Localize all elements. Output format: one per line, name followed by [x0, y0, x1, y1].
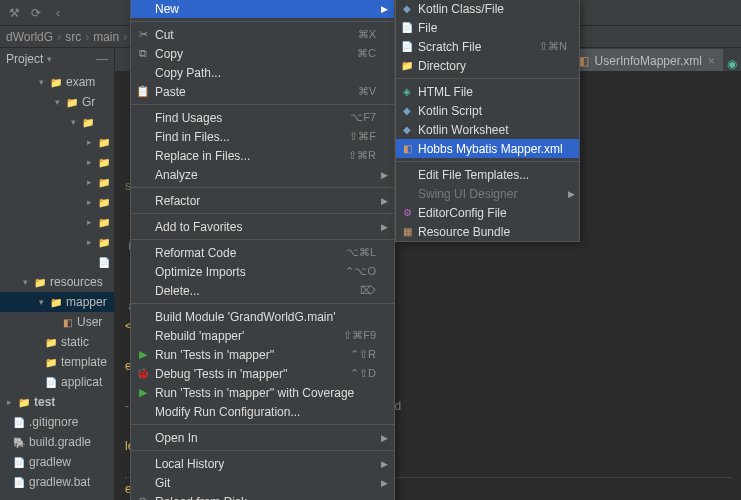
circle-icon[interactable]: ◉	[723, 57, 741, 71]
gear-icon: ⚙	[399, 207, 415, 218]
tree-folder-resources[interactable]: ▾📁resources	[0, 272, 114, 292]
menu-analyze[interactable]: Analyze▶	[131, 165, 394, 184]
tree-file-buildgradle[interactable]: 🐘build.gradle	[0, 432, 114, 452]
menu-refactor[interactable]: Refactor▶	[131, 191, 394, 210]
menu-cut[interactable]: ✂Cut⌘X	[131, 25, 394, 44]
chevron-down-icon[interactable]: ▾	[47, 54, 52, 64]
chevron-left-icon[interactable]: ‹	[50, 5, 66, 21]
menu-git[interactable]: Git▶	[131, 473, 394, 492]
scratch-icon: 📄	[399, 41, 415, 52]
tree-folder[interactable]: ▸📁	[0, 192, 114, 212]
tree-folder[interactable]: ▾📁	[0, 112, 114, 132]
submenu-kotlin-worksheet[interactable]: ◆Kotlin Worksheet	[396, 120, 579, 139]
menu-debug-tests[interactable]: 🐞Debug 'Tests in 'mapper''⌃⇧D	[131, 364, 394, 383]
menu-replace-in-files[interactable]: Replace in Files...⇧⌘R	[131, 146, 394, 165]
tree-folder[interactable]: ▸📁	[0, 232, 114, 252]
chevron-right-icon: ▶	[568, 189, 575, 199]
run-icon: ▶	[135, 348, 151, 361]
breadcrumb-item[interactable]: src	[65, 30, 81, 44]
editor-tab[interactable]: ◧ UserInfoMapper.xml ×	[570, 49, 723, 71]
kotlin-icon: ◆	[399, 105, 415, 116]
tree-file-application[interactable]: 📄applicat	[0, 372, 114, 392]
chevron-right-icon: ▶	[381, 478, 388, 488]
menu-reload-disk[interactable]: ⟳Reload from Disk	[131, 492, 394, 500]
tree-folder[interactable]: ▸📁	[0, 172, 114, 192]
panel-title: Project	[6, 52, 43, 66]
menu-rebuild[interactable]: Rebuild 'mapper'⇧⌘F9	[131, 326, 394, 345]
submenu-editorconfig[interactable]: ⚙EditorConfig File	[396, 203, 579, 222]
folder-icon: 📁	[399, 60, 415, 71]
menu-run-tests[interactable]: ▶Run 'Tests in 'mapper''⌃⇧R	[131, 345, 394, 364]
submenu-kotlin-script[interactable]: ◆Kotlin Script	[396, 101, 579, 120]
xml-icon: ◧	[399, 143, 415, 154]
tree-folder[interactable]: ▾📁exam	[0, 72, 114, 92]
file-icon: 📄	[399, 22, 415, 33]
submenu-edit-templates[interactable]: Edit File Templates...	[396, 165, 579, 184]
tree-file-gradlewbat[interactable]: 📄gradlew.bat	[0, 472, 114, 492]
tree-folder[interactable]: ▸📁	[0, 132, 114, 152]
chevron-right-icon: ›	[85, 30, 89, 44]
tree-folder-static[interactable]: 📁static	[0, 332, 114, 352]
submenu-kotlin-class[interactable]: ◆Kotlin Class/File	[396, 0, 579, 18]
submenu-new: ◆Kotlin Class/File 📄File 📄Scratch File⇧⌘…	[395, 0, 580, 242]
chevron-right-icon: ›	[123, 30, 127, 44]
tree-item[interactable]: 📄	[0, 252, 114, 272]
tree-folder-test[interactable]: ▸📁test	[0, 392, 114, 412]
submenu-hobbs-mapper[interactable]: ◧Hobbs Mybatis Mapper.xml	[396, 139, 579, 158]
chevron-right-icon: ▶	[381, 433, 388, 443]
hammer-icon[interactable]: ⚒	[6, 5, 22, 21]
refresh-icon[interactable]: ⟳	[28, 5, 44, 21]
tree-folder[interactable]: ▾📁Gr	[0, 92, 114, 112]
tab-label: UserInfoMapper.xml	[595, 54, 702, 68]
bundle-icon: ▦	[399, 226, 415, 237]
tree-file-gradlew[interactable]: 📄gradlew	[0, 452, 114, 472]
kotlin-icon: ◆	[399, 3, 415, 14]
chevron-right-icon: ▶	[381, 170, 388, 180]
menu-add-favorites[interactable]: Add to Favorites▶	[131, 217, 394, 236]
menu-optimize-imports[interactable]: Optimize Imports⌃⌥O	[131, 262, 394, 281]
collapse-icon[interactable]: —	[96, 52, 108, 66]
menu-open-in[interactable]: Open In▶	[131, 428, 394, 447]
submenu-scratch[interactable]: 📄Scratch File⇧⌘N	[396, 37, 579, 56]
breadcrumb-item[interactable]: main	[93, 30, 119, 44]
submenu-resource-bundle[interactable]: ▦Resource Bundle	[396, 222, 579, 241]
chevron-right-icon: ▶	[381, 222, 388, 232]
chevron-right-icon: ›	[57, 30, 61, 44]
chevron-right-icon: ▶	[381, 459, 388, 469]
menu-build-module[interactable]: Build Module 'GrandWorldG.main'	[131, 307, 394, 326]
menu-find-in-files[interactable]: Find in Files...⇧⌘F	[131, 127, 394, 146]
menu-copy[interactable]: ⧉Copy⌘C	[131, 44, 394, 63]
coverage-icon: ▶	[135, 386, 151, 399]
submenu-file[interactable]: 📄File	[396, 18, 579, 37]
tree-folder[interactable]: ▸📁	[0, 212, 114, 232]
panel-header[interactable]: Project ▾ —	[0, 48, 114, 70]
submenu-swing[interactable]: Swing UI Designer▶	[396, 184, 579, 203]
menu-local-history[interactable]: Local History▶	[131, 454, 394, 473]
menu-find-usages[interactable]: Find Usages⌥F7	[131, 108, 394, 127]
menu-run-coverage[interactable]: ▶Run 'Tests in 'mapper'' with Coverage	[131, 383, 394, 402]
breadcrumb-item[interactable]: dWorldG	[6, 30, 53, 44]
tree-folder-templates[interactable]: 📁template	[0, 352, 114, 372]
project-tree[interactable]: ▾📁exam ▾📁Gr ▾📁 ▸📁 ▸📁 ▸📁 ▸📁 ▸📁 ▸📁 📄 ▾📁res…	[0, 70, 114, 494]
html-icon: ◈	[399, 86, 415, 97]
menu-paste[interactable]: 📋Paste⌘V	[131, 82, 394, 101]
project-panel: Project ▾ — ▾📁exam ▾📁Gr ▾📁 ▸📁 ▸📁 ▸📁 ▸📁 ▸…	[0, 48, 115, 500]
tree-folder[interactable]: ▸📁	[0, 152, 114, 172]
menu-reformat[interactable]: Reformat Code⌥⌘L	[131, 243, 394, 262]
reload-icon: ⟳	[135, 495, 151, 500]
menu-copy-path[interactable]: Copy Path...	[131, 63, 394, 82]
menu-new[interactable]: New▶	[131, 0, 394, 18]
scissors-icon: ✂	[135, 28, 151, 41]
kotlin-icon: ◆	[399, 124, 415, 135]
context-menu: New▶ ✂Cut⌘X ⧉Copy⌘C Copy Path... 📋Paste⌘…	[130, 0, 395, 500]
submenu-html[interactable]: ◈HTML File	[396, 82, 579, 101]
close-icon[interactable]: ×	[708, 54, 715, 68]
clipboard-icon: 📋	[135, 85, 151, 98]
submenu-directory[interactable]: 📁Directory	[396, 56, 579, 75]
menu-modify-run-config[interactable]: Modify Run Configuration...	[131, 402, 394, 421]
debug-icon: 🐞	[135, 367, 151, 380]
menu-delete[interactable]: Delete...⌦	[131, 281, 394, 300]
tree-file-user[interactable]: ◧User	[0, 312, 114, 332]
tree-folder-mapper[interactable]: ▾📁mapper	[0, 292, 114, 312]
tree-file-gitignore[interactable]: 📄.gitignore	[0, 412, 114, 432]
